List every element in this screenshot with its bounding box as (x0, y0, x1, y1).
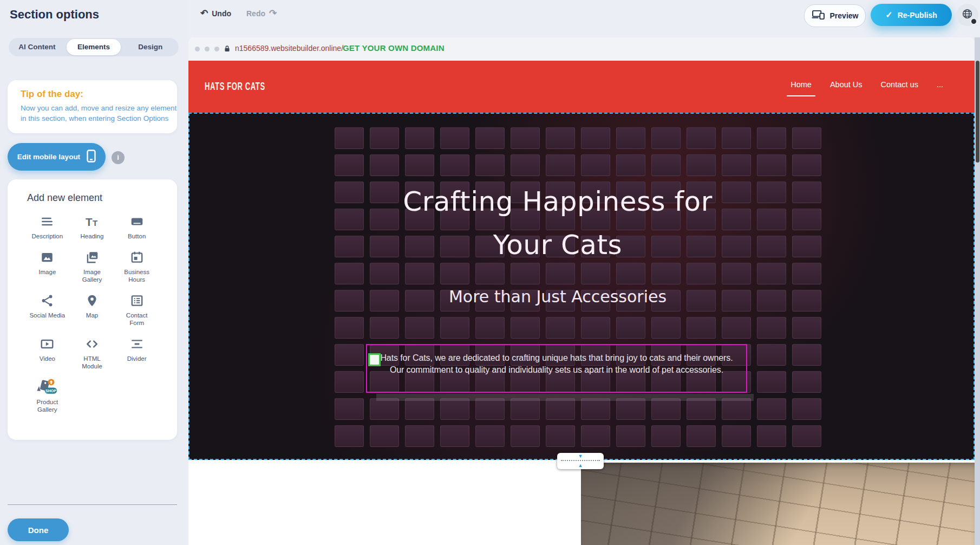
element-item-label: Map (70, 312, 114, 319)
hero-tile (546, 317, 575, 339)
hero-tile (370, 127, 399, 149)
hero-tile (370, 154, 399, 176)
preview-button[interactable]: Preview (804, 4, 866, 27)
hero-paragraph[interactable]: Hats for Cats, we are dedicated to craft… (367, 345, 746, 375)
url-text[interactable]: n1566589.websitebuilder.online/ (235, 44, 343, 53)
element-item-image[interactable]: Image (25, 249, 69, 283)
nav-item-more[interactable]: ... (937, 80, 943, 89)
redo-label: Redo (246, 9, 265, 18)
resize-arrow-up-icon: ▲ (557, 463, 604, 468)
undo-button[interactable]: ↶ Undo (200, 9, 231, 18)
scrollbar-thumb[interactable] (976, 61, 979, 163)
site-logo[interactable]: HATS FOR CATS (205, 80, 265, 93)
hero-tile (335, 317, 364, 339)
hero-tile (792, 127, 821, 149)
element-item-label: ProductGallery (25, 398, 69, 413)
hero-tile (335, 371, 364, 393)
tab-ai-content[interactable]: AI Content (10, 39, 64, 55)
page-title: Section options (10, 8, 99, 22)
hero-tile (616, 127, 645, 149)
hero-tile (757, 154, 786, 176)
resize-arrow-down-icon: ▼ (557, 454, 604, 459)
phone-icon (87, 150, 96, 164)
nav-item-about-us[interactable]: About Us (830, 80, 863, 89)
element-item-label: ImageGallery (70, 268, 114, 283)
hero-tile (440, 127, 469, 149)
tab-elements[interactable]: Elements (67, 39, 121, 55)
hero-tile (687, 154, 716, 176)
image-icon (25, 249, 69, 265)
element-item-label: BusinessHours (115, 268, 159, 283)
hero-tile (475, 425, 505, 447)
nav-item-contact-us[interactable]: Contact us (881, 80, 918, 89)
element-item-image-gallery[interactable]: ImageGallery (70, 249, 114, 283)
hero-tile (616, 154, 645, 176)
tip-body-line1: Now you can add, move and resize any ele… (21, 103, 177, 113)
tip-of-the-day-card: Tip of the day: Now you can add, move an… (8, 80, 177, 133)
resize-dotted-line (561, 460, 600, 461)
tab-design[interactable]: Design (123, 39, 178, 55)
hero-tile (581, 425, 610, 447)
add-element-card: Add new element DescriptionTTHeadingButt… (8, 179, 177, 440)
hero-tile (440, 398, 469, 420)
element-item-heading[interactable]: TTHeading (70, 213, 114, 240)
svg-text:T: T (86, 216, 93, 228)
element-item-product-gallery[interactable]: SHOPProductGallery (25, 379, 69, 413)
hero-tile (405, 425, 434, 447)
edit-mobile-layout-button[interactable]: Edit mobile layout (8, 143, 106, 171)
element-item-description[interactable]: Description (25, 213, 69, 240)
next-section[interactable] (188, 460, 975, 545)
button-icon (115, 213, 159, 230)
get-domain-link[interactable]: GET YOUR OWN DOMAIN (343, 43, 445, 53)
hero-tile (792, 317, 821, 339)
element-item-map[interactable]: Map (70, 293, 114, 327)
element-item-html-module[interactable]: HTMLModule (70, 336, 114, 370)
hero-title[interactable]: Crafting Happiness for Your Cats (188, 180, 927, 267)
element-item-business-hours[interactable]: BusinessHours (115, 249, 159, 283)
heading-icon: TT (70, 213, 114, 230)
hero-tile (440, 154, 469, 176)
hero-tile (511, 425, 540, 447)
hero-tile (757, 371, 786, 393)
element-item-video[interactable]: Video (25, 336, 69, 370)
selected-text-element[interactable]: Hats for Cats, we are dedicated to craft… (366, 344, 747, 393)
hero-tile (722, 127, 751, 149)
hero-tile (687, 127, 716, 149)
hero-subtitle[interactable]: More than Just Accessories (188, 287, 927, 306)
element-item-label: Description (25, 232, 69, 240)
preview-scrollbar (975, 37, 980, 545)
hero-tile (405, 154, 434, 176)
hero-tile (511, 317, 540, 339)
element-item-label: ContactForm (115, 312, 159, 327)
drag-hint-bar (376, 394, 754, 401)
section-resize-handle[interactable]: ▼ ▲ (557, 453, 604, 469)
element-item-contact-form[interactable]: ContactForm (115, 293, 159, 327)
hero-tile (651, 154, 681, 176)
site-header[interactable]: HATS FOR CATS HomeAbout UsContact us... (188, 61, 975, 113)
hero-tile (475, 398, 505, 420)
done-button[interactable]: Done (8, 518, 69, 541)
hero-tile (687, 398, 716, 420)
info-icon[interactable]: i (112, 151, 125, 164)
hero-tile (581, 317, 610, 339)
element-item-label: Button (115, 232, 159, 240)
hero-tile (651, 398, 681, 420)
hero-tile (370, 425, 399, 447)
selection-resize-handle[interactable] (368, 353, 381, 366)
nav-item-home[interactable]: Home (790, 80, 812, 89)
hero-tile (511, 127, 540, 149)
devices-icon (812, 10, 825, 22)
hero-title-line1: Crafting Happiness for (188, 180, 927, 223)
hero-tile (792, 154, 821, 176)
element-item-button[interactable]: Button (115, 213, 159, 240)
redo-button[interactable]: Redo ↷ (246, 9, 277, 18)
element-item-social-media[interactable]: Social Media (25, 293, 69, 327)
element-item-divider[interactable]: Divider (115, 336, 159, 370)
check-icon: ✓ (885, 10, 892, 20)
hero-section[interactable]: Crafting Happiness for Your Cats More th… (188, 113, 975, 460)
image-gallery-icon (70, 249, 114, 265)
language-globe-button[interactable] (956, 4, 978, 26)
hero-tile (405, 398, 434, 420)
republish-button[interactable]: ✓ Re-Publish (871, 4, 952, 26)
panel-tab-bar: AI Content Elements Design (9, 38, 179, 56)
